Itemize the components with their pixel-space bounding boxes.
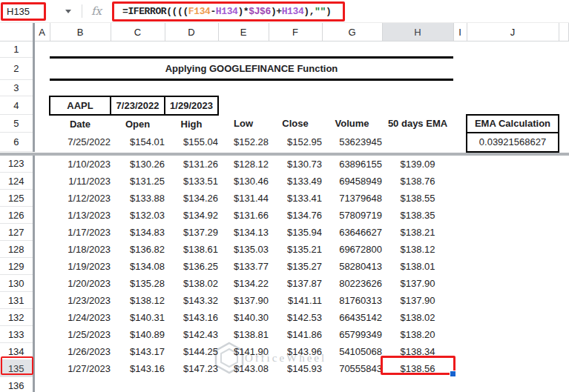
cell-volume[interactable] xyxy=(322,377,382,392)
row-number[interactable]: 6 xyxy=(0,133,33,152)
cell[interactable] xyxy=(33,133,50,152)
cell-ema[interactable]: $138.35 xyxy=(382,207,453,224)
row-number[interactable]: 129 xyxy=(0,258,33,275)
cell[interactable] xyxy=(33,156,50,173)
column-header-k[interactable] xyxy=(559,23,569,41)
column-header-e[interactable]: E xyxy=(218,23,269,41)
cell[interactable] xyxy=(33,173,50,190)
cell-close[interactable]: $133.49 xyxy=(269,173,322,190)
cell-ema[interactable]: $137.90 xyxy=(382,275,453,292)
row-number[interactable]: 135 xyxy=(0,360,33,377)
column-header-g[interactable]: G xyxy=(322,23,382,41)
cell[interactable] xyxy=(33,115,50,133)
cell[interactable] xyxy=(453,241,467,258)
row-number[interactable]: 133 xyxy=(0,326,33,343)
cell-high[interactable]: $131.26 xyxy=(165,156,218,173)
cell-close[interactable]: $135.94 xyxy=(269,224,322,241)
column-header-d[interactable]: D xyxy=(165,23,218,41)
row-number[interactable]: 130 xyxy=(0,275,33,292)
cell[interactable] xyxy=(559,343,569,360)
cell-low[interactable]: $141.90 xyxy=(218,343,269,360)
cell-ema[interactable]: $139.09 xyxy=(382,156,453,173)
cell-close[interactable]: $142.53 xyxy=(269,309,322,326)
cell[interactable] xyxy=(467,156,559,173)
row-number[interactable]: 136 xyxy=(0,377,33,392)
cell-close[interactable]: $152.95 xyxy=(269,133,322,152)
cell-ema[interactable]: $138.34 xyxy=(382,343,453,360)
cell-volume[interactable]: 80223626 xyxy=(322,275,382,292)
cell[interactable] xyxy=(467,258,559,275)
cell[interactable] xyxy=(467,326,559,343)
cell-ema[interactable]: $137.90 xyxy=(382,292,453,309)
cell-close[interactable]: $135.27 xyxy=(269,258,322,275)
cell[interactable] xyxy=(453,156,467,173)
cell[interactable] xyxy=(453,326,467,343)
cell-ema[interactable]: $138.21 xyxy=(382,224,453,241)
cell-low[interactable]: $143.08 xyxy=(218,360,269,377)
cell-volume[interactable]: 81760313 xyxy=(322,292,382,309)
cell[interactable] xyxy=(467,377,559,392)
cell[interactable] xyxy=(33,207,50,224)
row-number[interactable]: 123 xyxy=(0,156,33,173)
cell[interactable] xyxy=(559,258,569,275)
cell-date[interactable]: 1/17/2023 xyxy=(50,224,111,241)
column-header-j[interactable]: J xyxy=(467,23,559,41)
cell[interactable] xyxy=(382,96,453,115)
cell-high[interactable]: $147.23 xyxy=(165,360,218,377)
cell-date[interactable]: 1/25/2023 xyxy=(50,326,111,343)
cell-volume[interactable]: 58280413 xyxy=(322,258,382,275)
row-number[interactable]: 134 xyxy=(0,343,33,360)
cell[interactable] xyxy=(559,190,569,207)
cell-date[interactable]: 1/24/2023 xyxy=(50,309,111,326)
row-number[interactable]: 132 xyxy=(0,309,33,326)
cell-low[interactable]: $138.81 xyxy=(218,326,269,343)
cell-ema[interactable]: $138.12 xyxy=(382,241,453,258)
cell[interactable] xyxy=(453,377,467,392)
cell[interactable] xyxy=(467,207,559,224)
cell[interactable] xyxy=(559,133,569,152)
cell-volume[interactable]: 66435142 xyxy=(322,309,382,326)
cell-low[interactable]: $137.90 xyxy=(218,292,269,309)
cell[interactable] xyxy=(559,309,569,326)
cell[interactable] xyxy=(165,41,218,58)
cell[interactable] xyxy=(559,224,569,241)
cell[interactable] xyxy=(559,115,569,133)
cell-open[interactable]: $138.12 xyxy=(111,292,165,309)
select-all-corner[interactable] xyxy=(0,23,33,41)
cell[interactable] xyxy=(467,41,559,58)
cell[interactable] xyxy=(165,80,218,96)
cell-date[interactable]: 1/26/2023 xyxy=(50,343,111,360)
cell[interactable] xyxy=(33,360,50,377)
cell-high[interactable]: $142.43 xyxy=(165,326,218,343)
cell-volume[interactable]: 53623945 xyxy=(322,133,382,152)
cell[interactable] xyxy=(33,96,50,115)
cell-open[interactable]: $134.83 xyxy=(111,224,165,241)
cell[interactable] xyxy=(559,58,569,80)
header-ema[interactable]: 50 days EMA xyxy=(382,115,453,133)
cell-open[interactable]: $140.89 xyxy=(111,326,165,343)
cell-open[interactable]: $136.82 xyxy=(111,241,165,258)
cell[interactable] xyxy=(453,58,467,80)
cell-date[interactable]: 1/27/2023 xyxy=(50,360,111,377)
cell-open[interactable]: $135.28 xyxy=(111,275,165,292)
cell[interactable] xyxy=(559,275,569,292)
cell-volume[interactable]: 69458949 xyxy=(322,173,382,190)
cell-high[interactable]: $134.26 xyxy=(165,190,218,207)
header-high[interactable]: High xyxy=(165,115,218,133)
cell[interactable] xyxy=(322,41,382,58)
name-box[interactable]: H135 xyxy=(0,0,82,22)
header-open[interactable]: Open xyxy=(111,115,165,133)
cell[interactable] xyxy=(453,96,467,115)
cell[interactable] xyxy=(467,96,559,115)
sheet-title-cell[interactable]: Applying GOOGLEFINANCE Function xyxy=(50,58,453,80)
cell-high[interactable]: $144.25 xyxy=(165,343,218,360)
cell-open[interactable]: $143.16 xyxy=(111,360,165,377)
cell[interactable] xyxy=(467,190,559,207)
cell[interactable] xyxy=(453,292,467,309)
column-header-i[interactable]: I xyxy=(453,23,467,41)
cell-close[interactable]: $145.93 xyxy=(269,360,322,377)
cell-close[interactable]: $143.96 xyxy=(269,343,322,360)
row-number[interactable]: 127 xyxy=(0,224,33,241)
cell-close[interactable]: $135.21 xyxy=(269,241,322,258)
cell-ema[interactable]: $138.55 xyxy=(382,190,453,207)
